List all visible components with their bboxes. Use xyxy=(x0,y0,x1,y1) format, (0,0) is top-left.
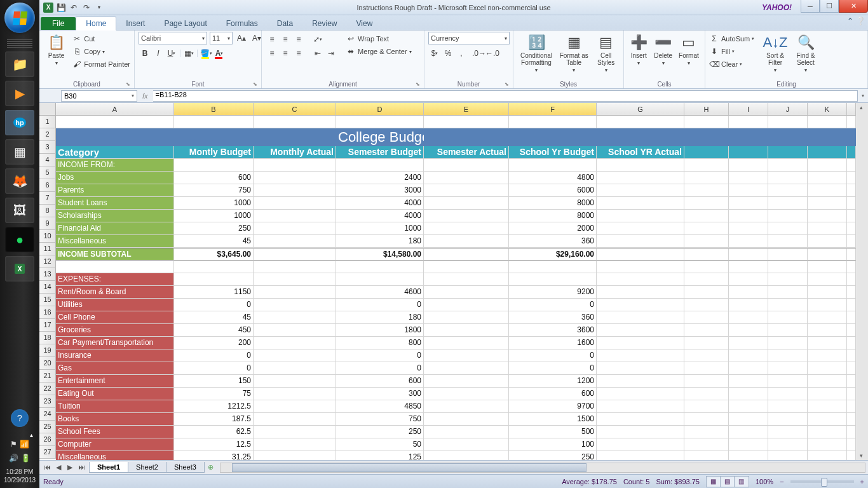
cell[interactable]: School Fees xyxy=(56,426,174,438)
cell[interactable]: Insurance xyxy=(56,349,174,362)
cell[interactable] xyxy=(684,248,729,261)
formula-input[interactable]: =B11-B28 xyxy=(153,90,858,102)
cell[interactable] xyxy=(768,400,808,413)
cell[interactable]: Entertainment xyxy=(56,375,174,388)
cell[interactable]: Financial Aid xyxy=(56,222,174,235)
cell[interactable]: $14,580.00 xyxy=(336,248,424,261)
zoom-out-button[interactable]: − xyxy=(780,478,783,485)
cell[interactable] xyxy=(768,388,808,400)
horizontal-scrollbar[interactable] xyxy=(220,463,865,473)
sheet-nav-last-icon[interactable]: ⏭ xyxy=(76,463,86,471)
cell[interactable] xyxy=(254,210,336,222)
cell[interactable] xyxy=(729,184,768,197)
cell[interactable] xyxy=(684,426,729,438)
taskbar-app-firefox[interactable]: 🦊 xyxy=(5,168,34,194)
cell[interactable] xyxy=(768,286,808,299)
cell[interactable] xyxy=(254,273,336,286)
undo-icon[interactable]: ↶ xyxy=(69,3,79,13)
cell[interactable] xyxy=(808,375,847,388)
cell[interactable] xyxy=(254,197,336,210)
cell[interactable] xyxy=(768,349,808,362)
cell[interactable]: Eating Out xyxy=(56,388,174,400)
cell[interactable] xyxy=(174,128,254,146)
cell[interactable] xyxy=(768,116,808,128)
cell[interactable] xyxy=(424,438,509,451)
cell[interactable]: 1150 xyxy=(174,286,254,299)
cell[interactable] xyxy=(729,116,768,128)
cell[interactable] xyxy=(768,172,808,184)
cell[interactable] xyxy=(768,324,808,337)
cell[interactable] xyxy=(254,413,336,426)
cell[interactable] xyxy=(597,235,684,248)
cell[interactable] xyxy=(729,324,768,337)
cell[interactable] xyxy=(684,128,729,146)
cell[interactable] xyxy=(424,273,509,286)
increase-decimal-button[interactable]: .0→ xyxy=(473,47,485,60)
cell[interactable]: Monthly Actual xyxy=(254,146,336,159)
column-header[interactable]: D xyxy=(336,103,424,116)
cell[interactable]: Miscellaneous xyxy=(56,235,174,248)
font-color-button[interactable]: A▾ xyxy=(213,47,226,60)
vertical-scrollbar[interactable] xyxy=(857,103,868,460)
cell[interactable]: 1800 xyxy=(336,324,424,337)
cell[interactable]: 180 xyxy=(336,311,424,324)
cell[interactable] xyxy=(808,159,847,172)
font-name-combo[interactable]: Calibri▾ xyxy=(139,32,207,44)
cell[interactable] xyxy=(768,210,808,222)
cell[interactable] xyxy=(174,116,254,128)
cell[interactable] xyxy=(684,222,729,235)
cell[interactable] xyxy=(684,400,729,413)
cell[interactable]: 0 xyxy=(336,362,424,375)
cell[interactable]: Groceries xyxy=(56,324,174,337)
row-header[interactable]: 24 xyxy=(39,408,56,421)
cell[interactable] xyxy=(684,116,729,128)
cell[interactable] xyxy=(768,146,808,159)
cell[interactable] xyxy=(729,235,768,248)
column-header[interactable]: G xyxy=(597,103,684,116)
cell[interactable]: 0 xyxy=(509,299,597,311)
cell[interactable]: Cell Phone xyxy=(56,311,174,324)
decrease-decimal-button[interactable]: ←.0 xyxy=(486,47,499,60)
cell[interactable]: 600 xyxy=(509,388,597,400)
column-header[interactable]: E xyxy=(424,103,509,116)
cell[interactable]: 31.25 xyxy=(174,451,254,460)
cell[interactable] xyxy=(684,286,729,299)
cell[interactable] xyxy=(336,261,424,273)
cell[interactable] xyxy=(808,128,847,146)
cell[interactable]: 250 xyxy=(336,426,424,438)
cell[interactable]: 45 xyxy=(174,311,254,324)
column-header[interactable]: J xyxy=(768,103,808,116)
align-center-button[interactable]: ≡ xyxy=(279,47,292,60)
align-left-button[interactable]: ≡ xyxy=(266,47,278,60)
cell[interactable] xyxy=(684,299,729,311)
cell[interactable]: 1000 xyxy=(336,222,424,235)
cell[interactable] xyxy=(254,388,336,400)
taskbar-help[interactable]: ? xyxy=(11,409,29,427)
cell[interactable] xyxy=(509,261,597,273)
cell[interactable] xyxy=(254,337,336,349)
cell[interactable] xyxy=(254,286,336,299)
clear-button[interactable]: ⌫Clear▾ xyxy=(709,58,759,70)
cell[interactable] xyxy=(424,116,509,128)
cell[interactable] xyxy=(729,349,768,362)
cell[interactable] xyxy=(597,172,684,184)
insert-cells-button[interactable]: ➕Insert▾ xyxy=(628,32,649,66)
row-header[interactable]: 22 xyxy=(39,383,56,395)
cell[interactable] xyxy=(254,184,336,197)
cell[interactable] xyxy=(424,324,509,337)
cell[interactable] xyxy=(768,311,808,324)
cell[interactable] xyxy=(768,222,808,235)
cell[interactable]: 750 xyxy=(174,184,254,197)
cell[interactable]: 1000 xyxy=(174,210,254,222)
orientation-button[interactable]: ⤢▾ xyxy=(311,33,324,46)
cell[interactable] xyxy=(808,248,847,261)
cell[interactable]: 4000 xyxy=(336,210,424,222)
cell[interactable] xyxy=(729,128,768,146)
cell[interactable]: $29,160.00 xyxy=(509,248,597,261)
cell[interactable] xyxy=(768,273,808,286)
cell[interactable] xyxy=(808,116,847,128)
tab-data[interactable]: Data xyxy=(268,17,302,30)
cell[interactable]: 1600 xyxy=(509,337,597,349)
sheet-tab-1[interactable]: Sheet1 xyxy=(89,462,128,473)
taskbar-app-switcher[interactable]: ▦ xyxy=(5,139,34,165)
